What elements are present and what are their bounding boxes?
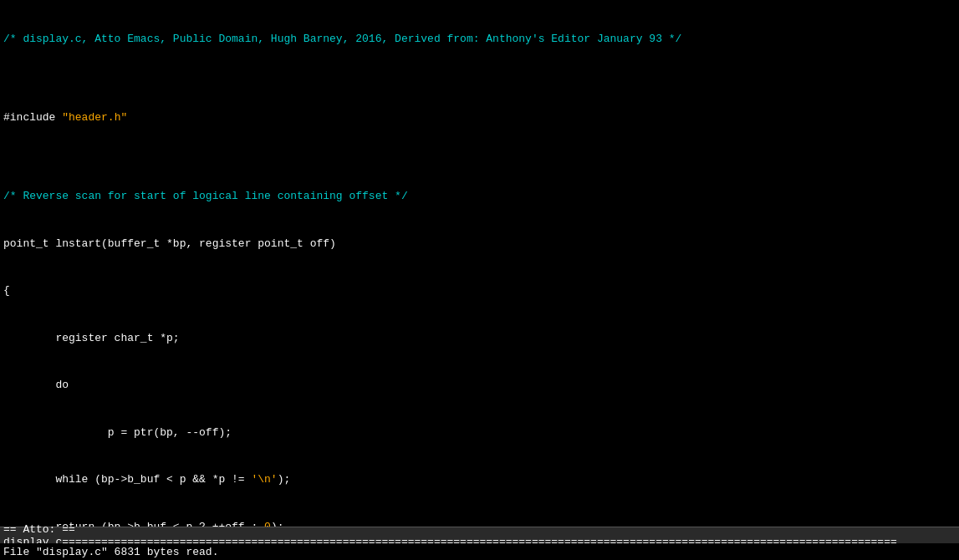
code-line-8: register char_t *p; bbox=[3, 331, 956, 347]
code-line-5: /* Reverse scan for start of logical lin… bbox=[3, 189, 956, 205]
code-line-1: /* display.c, Atto Emacs, Public Domain,… bbox=[3, 32, 956, 48]
code-line-9: do bbox=[3, 378, 956, 394]
code-line-3: #include "header.h" bbox=[3, 110, 956, 126]
message-bar-text: File "display.c" 6831 bytes read. bbox=[3, 546, 218, 558]
code-line-11: while (bp->b_buf < p && *p != '\n'); bbox=[3, 472, 956, 488]
editor-container: /* display.c, Atto Emacs, Public Domain,… bbox=[0, 0, 959, 560]
code-line-6: point_t lnstart(buffer_t *bp, register p… bbox=[3, 237, 956, 252]
code-area[interactable]: /* display.c, Atto Emacs, Public Domain,… bbox=[0, 0, 959, 527]
code-line-10: p = ptr(bp, --off); bbox=[3, 425, 956, 441]
status-bar: == Atto: == display.c===================… bbox=[0, 527, 959, 543]
message-bar: File "display.c" 6831 bytes read. bbox=[0, 543, 959, 560]
code-line-7: { bbox=[3, 283, 956, 299]
